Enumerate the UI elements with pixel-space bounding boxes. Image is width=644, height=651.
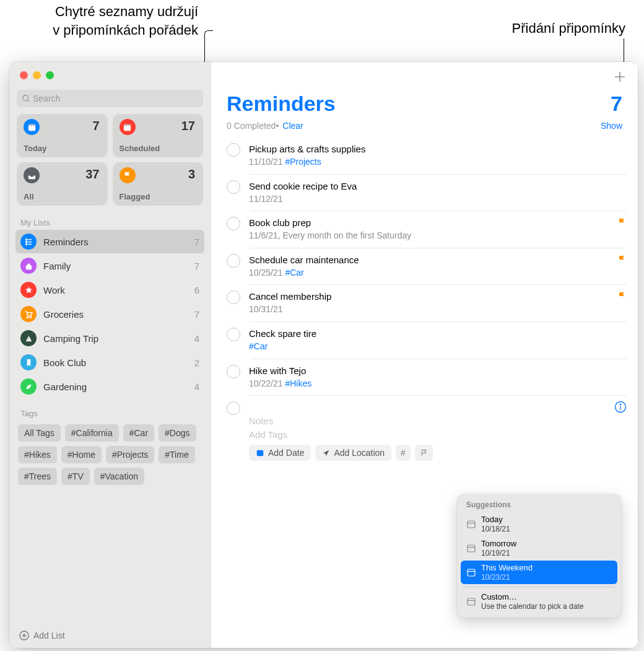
svg-rect-30 [468, 598, 475, 605]
smart-list-scheduled[interactable]: 17Scheduled [113, 114, 204, 157]
calendar-icon [466, 567, 476, 577]
suggestion-sub: Use the calendar to pick a date [481, 602, 583, 611]
checkbox[interactable] [227, 254, 240, 268]
tag-car[interactable]: #Car [123, 424, 154, 442]
tag-time[interactable]: #Time [159, 446, 194, 463]
svg-point-23 [620, 404, 621, 405]
flag-icon [420, 449, 428, 457]
svg-rect-5 [124, 124, 131, 126]
reminder-item[interactable]: Send cookie recipe to Eva11/12/21 [227, 174, 638, 211]
svg-rect-28 [468, 569, 475, 576]
suggestion-custom[interactable]: Custom… Use the calendar to pick a date [461, 590, 617, 613]
reminder-title: Pickup arts & crafts supplies [249, 142, 627, 155]
title-input[interactable]: . [249, 401, 609, 414]
date-suggestions-popover: Suggestions Today10/18/21Tomorrow10/19/2… [457, 494, 621, 618]
checkbox[interactable] [227, 401, 240, 415]
svg-point-12 [27, 317, 28, 318]
add-reminder-button[interactable] [613, 70, 627, 84]
tag-california[interactable]: #California [65, 424, 119, 442]
search-icon [22, 94, 30, 103]
leaf-icon [20, 378, 37, 395]
reminder-title: Book club prep [249, 216, 612, 229]
tag-tv[interactable]: #TV [61, 468, 90, 485]
divider [463, 587, 616, 587]
reminder-item[interactable]: Schedule car maintenance10/25/21 #Car [227, 248, 638, 285]
annotation-smart-lists: Chytré seznamy udržují v připomínkách po… [12, 2, 198, 39]
flag-icon [617, 217, 627, 242]
tag-projects[interactable]: #Projects [106, 446, 154, 463]
info-button[interactable] [614, 401, 627, 461]
reminder-item[interactable]: Pickup arts & crafts supplies11/10/21 #P… [227, 137, 638, 174]
tag-hikes[interactable]: #Hikes [18, 446, 57, 463]
list-count: 2 [194, 357, 199, 368]
info-icon [614, 401, 627, 413]
reminder-meta: 10/25/21 #Car [249, 267, 612, 279]
tag-vacation[interactable]: #Vacation [94, 468, 144, 485]
checkbox[interactable] [227, 365, 240, 378]
list-count: 7 [194, 237, 199, 247]
reminder-title: Check spare tire [249, 327, 627, 340]
checkbox[interactable] [227, 217, 240, 230]
suggestion-label: Tomorrow [481, 539, 516, 549]
smart-label: All [24, 192, 34, 201]
sidebar-list-groceries[interactable]: Groceries7 [15, 302, 204, 326]
add-tag-button[interactable]: # [396, 445, 411, 461]
add-location-button[interactable]: Add Location [315, 445, 391, 461]
show-button[interactable]: Show [601, 121, 622, 131]
zoom-icon[interactable] [46, 71, 54, 79]
svg-rect-26 [468, 545, 475, 552]
reminder-item[interactable]: Cancel membership10/31/21 [227, 284, 638, 321]
reminder-item[interactable]: Hike with Tejo10/22/21 #Hikes [227, 359, 638, 396]
calendar-icon [466, 519, 476, 529]
window-controls [9, 62, 211, 79]
tag-home[interactable]: #Home [61, 446, 102, 463]
search-input[interactable]: Search [17, 90, 203, 107]
tag-all-tags[interactable]: All Tags [18, 424, 61, 442]
suggestion-this-weekend[interactable]: This Weekend10/23/21 [461, 561, 617, 584]
smart-list-all[interactable]: 37All [17, 162, 108, 206]
calendar-icon [120, 119, 136, 135]
checkbox[interactable] [227, 328, 240, 341]
notes-placeholder[interactable]: Notes [249, 414, 609, 428]
tag-trees[interactable]: #Trees [18, 468, 57, 485]
sidebar-list-work[interactable]: Work6 [15, 278, 204, 302]
checkbox[interactable] [227, 180, 240, 194]
suggestion-date: 10/19/21 [481, 549, 516, 557]
suggestion-tomorrow[interactable]: Tomorrow10/19/21 [461, 536, 617, 560]
search-placeholder: Search [33, 94, 60, 103]
plus-circle-icon [19, 631, 29, 640]
checkbox[interactable] [227, 143, 240, 157]
cart-icon [20, 306, 37, 322]
suggestion-today[interactable]: Today10/18/21 [461, 512, 617, 536]
list-count: 6 [194, 285, 199, 295]
app-window: Search 7Today17Scheduled37All3Flagged My… [9, 62, 638, 648]
smart-list-flagged[interactable]: 3Flagged [113, 162, 204, 206]
minimize-icon[interactable] [33, 71, 41, 79]
add-list-button[interactable]: Add List [9, 623, 211, 648]
calendar-icon [466, 543, 476, 553]
tags-placeholder[interactable]: Add Tags [249, 428, 609, 442]
smart-count: 17 [181, 119, 195, 133]
reminder-item[interactable]: Book club prep11/6/21, Every month on th… [227, 211, 638, 248]
sidebar-list-camping-trip[interactable]: Camping Trip4 [15, 326, 204, 350]
add-date-button[interactable]: Add Date [249, 445, 311, 461]
smart-label: Scheduled [120, 144, 160, 153]
add-flag-button[interactable] [415, 445, 433, 461]
sidebar-list-gardening[interactable]: Gardening4 [15, 375, 204, 398]
calendar-icon [466, 596, 476, 606]
checkbox[interactable] [227, 291, 240, 304]
smart-list-today[interactable]: 7Today [17, 114, 108, 157]
tag-dogs[interactable]: #Dogs [159, 424, 196, 442]
sidebar-list-book-club[interactable]: Book Club2 [15, 351, 204, 374]
calendar-icon [256, 448, 264, 457]
clear-button[interactable]: Clear [282, 121, 303, 131]
subheader: 0 Completed • Clear Show [211, 121, 638, 137]
close-icon[interactable] [20, 71, 28, 79]
reminder-meta: 10/22/21 #Hikes [249, 378, 627, 390]
sidebar-list-family[interactable]: Family7 [15, 254, 204, 277]
sidebar-list-reminders[interactable]: Reminders7 [15, 230, 204, 253]
suggestion-label: Today [481, 515, 510, 525]
new-reminder-row[interactable]: .NotesAdd TagsAdd DateAdd Location# [227, 395, 638, 466]
reminder-meta: 10/31/21 [249, 304, 612, 316]
reminder-item[interactable]: Check spare tire#Car [227, 321, 638, 359]
